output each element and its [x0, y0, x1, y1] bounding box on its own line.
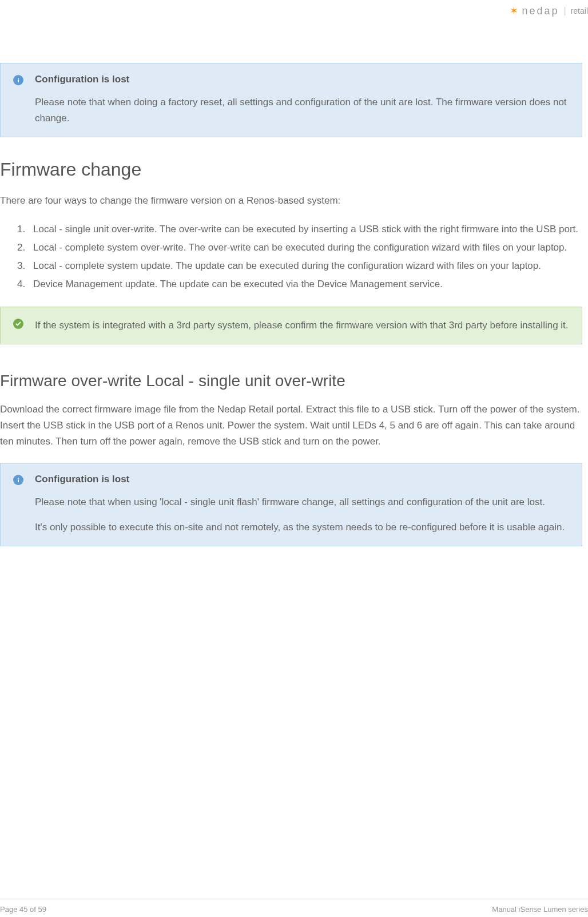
- firmware-change-list: Local - single unit over-write. The over…: [17, 221, 582, 292]
- brand-logo: ✶ nedap | retail: [510, 5, 588, 17]
- logo-star-icon: ✶: [510, 5, 518, 17]
- logo-suffix-text: retail: [571, 6, 588, 15]
- logo-brand-text: nedap: [522, 5, 559, 17]
- svg-point-2: [18, 478, 19, 479]
- page-number: Page 45 of 59: [0, 905, 46, 914]
- callout-body: If the system is integrated with a 3rd p…: [35, 317, 569, 334]
- callout-title: Configuration is lost: [35, 474, 569, 485]
- callout-body-paragraph: It's only possible to execute this on-si…: [35, 519, 569, 535]
- list-item: Device Management update. The update can…: [17, 276, 582, 292]
- section-heading-firmware-change: Firmware change: [0, 159, 582, 180]
- svg-rect-3: [18, 479, 19, 482]
- svg-point-0: [18, 78, 19, 79]
- info-callout-config-lost-1: Configuration is lost Please note that w…: [0, 63, 582, 137]
- logo-divider: |: [563, 6, 566, 16]
- document-title: Manual iSense Lumen series: [492, 905, 588, 914]
- info-callout-config-lost-2: Configuration is lost Please note that w…: [0, 463, 582, 546]
- intro-text: There are four ways to change the firmwa…: [0, 193, 582, 209]
- section-heading-firmware-overwrite: Firmware over-write Local - single unit …: [0, 372, 582, 390]
- list-item: Local - complete system over-write. The …: [17, 240, 582, 256]
- callout-body: Please note that when doing a factory re…: [35, 94, 569, 126]
- info-icon: [13, 475, 23, 485]
- checkmark-icon: [13, 319, 23, 329]
- body-text: Download the correct firmware image file…: [0, 402, 582, 450]
- callout-body-paragraph: Please note that when using 'local - sin…: [35, 494, 569, 510]
- page-footer: Page 45 of 59 Manual iSense Lumen series: [0, 899, 588, 914]
- list-item: Local - single unit over-write. The over…: [17, 221, 582, 237]
- svg-rect-1: [18, 80, 19, 82]
- info-icon: [13, 75, 23, 85]
- list-item: Local - complete system update. The upda…: [17, 258, 582, 274]
- success-callout-3rd-party: If the system is integrated with a 3rd p…: [0, 307, 582, 344]
- callout-title: Configuration is lost: [35, 74, 569, 85]
